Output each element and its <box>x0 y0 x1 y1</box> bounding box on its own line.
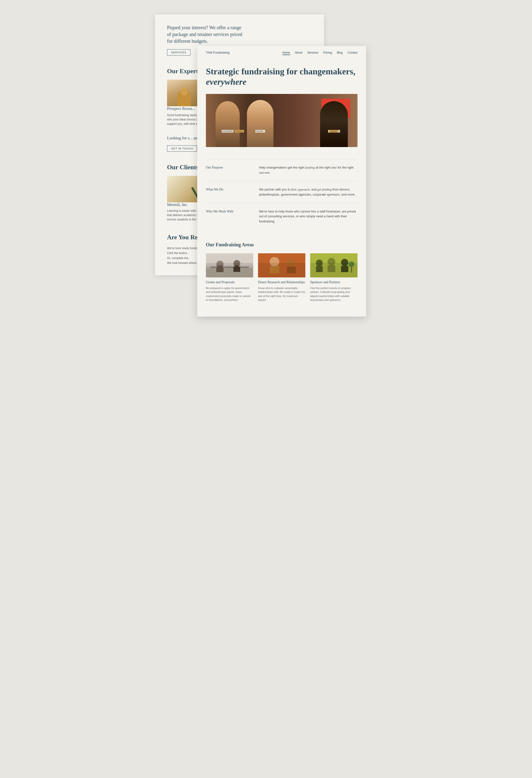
get-in-touch-button[interactable]: GET IN TOUCH <box>167 145 197 152</box>
medicine-label-2: Medicine <box>329 130 338 133</box>
purpose-row: Our Purpose Help changemakers get the ri… <box>206 159 357 181</box>
who-we-work-with-label: Who We Work With <box>206 209 254 224</box>
content-sections: Our Purpose Help changemakers get the ri… <box>197 154 366 235</box>
sponsors-image <box>310 253 357 278</box>
volunteer-person-1: VOLUNTEER <box>215 101 240 147</box>
svg-rect-4 <box>216 267 224 272</box>
navigation: TAM Fundraising Home About Services Pric… <box>197 46 366 59</box>
fundraising-areas-section: Our Fundraising Areas <box>197 235 366 302</box>
grants-title: Grants and Proposals <box>206 280 253 284</box>
front-card: TAM Fundraising Home About Services Pric… <box>197 46 366 317</box>
client-image <box>167 176 201 202</box>
svg-rect-25 <box>310 253 357 278</box>
svg-rect-2 <box>210 266 249 268</box>
nav-logo: TAM Fundraising <box>206 51 230 54</box>
area-card-grants: Grants and Proposals Be prepared to appl… <box>206 253 253 302</box>
hero-title: Strategic fundraising for changemakers, … <box>206 66 357 87</box>
hero-title-line2: everywhere <box>206 77 247 87</box>
areas-grid: Grants and Proposals Be prepared to appl… <box>206 253 357 302</box>
grants-image <box>206 253 253 278</box>
fundraising-areas-title: Our Fundraising Areas <box>206 242 357 247</box>
svg-rect-11 <box>270 266 279 274</box>
sponsors-text: Find the perfect events or program partn… <box>310 286 357 302</box>
purpose-label: Our Purpose <box>206 165 254 175</box>
hero-section: Strategic fundraising for changemakers, … <box>197 59 366 94</box>
medicine-label-1: Medicine <box>235 130 244 133</box>
sponsors-title: Sponsors and Partners <box>310 280 357 284</box>
page-wrapper: Piqued your interest? We offer a range o… <box>155 14 377 739</box>
nav-link-blog[interactable]: Blog <box>337 51 343 54</box>
nav-link-contact[interactable]: Contact <box>348 51 357 54</box>
nav-link-services[interactable]: Services <box>307 51 319 54</box>
grants-svg <box>206 253 253 278</box>
svg-rect-20 <box>328 265 335 272</box>
volunteer-person-3: VOLUNTEER <box>320 101 348 147</box>
donor-image <box>258 253 305 278</box>
area-card-sponsors: Sponsors and Partners Find the perfect e… <box>310 253 357 302</box>
what-we-do-row: What We Do We partner with you to find, … <box>206 181 357 203</box>
donor-text: Know who to cultivate meaningful relatio… <box>258 286 305 302</box>
nav-link-home[interactable]: Home <box>282 51 290 54</box>
back-card-tagline: Piqued your interest? We offer a range o… <box>167 24 244 45</box>
services-button[interactable]: SERVICES <box>167 49 190 56</box>
who-we-work-with-text: We're here to help those who cannot hire… <box>259 209 357 224</box>
nav-links: Home About Services Pricing Blog Contact <box>282 51 357 54</box>
svg-rect-18 <box>316 266 323 272</box>
what-we-do-text: We partner with you to find, approach, a… <box>259 187 357 197</box>
volunteer-shirt-2: VOLUNT... <box>255 130 265 133</box>
grants-text: Be prepared to apply for government and … <box>206 286 253 302</box>
svg-rect-22 <box>341 266 348 272</box>
sponsors-svg <box>310 253 357 278</box>
svg-rect-1 <box>206 268 253 278</box>
area-card-donor: Donor Research and Relationships Know wh… <box>258 253 305 302</box>
hero-title-line1: Strategic fundraising for changemakers, <box>206 67 355 76</box>
purpose-text: Help changemakers get the right funding … <box>259 165 357 175</box>
volunteer-shirt-1: VOLUNTEER <box>221 130 234 133</box>
svg-rect-6 <box>234 266 240 272</box>
svg-rect-7 <box>206 253 253 265</box>
prospect-image <box>167 80 201 106</box>
volunteer-person-2: VOLUNT... <box>247 100 273 147</box>
who-we-work-with-row: Who We Work With We're here to help thos… <box>206 203 357 230</box>
what-we-do-label: What We Do <box>206 187 254 197</box>
svg-rect-23 <box>351 265 352 273</box>
donor-svg <box>258 253 305 278</box>
hero-image: AID VOLUNTEER VOLUNT... VOLUNTEER Medici… <box>206 94 357 147</box>
nav-link-pricing[interactable]: Pricing <box>323 51 332 54</box>
nav-link-about[interactable]: About <box>295 51 302 54</box>
svg-rect-14 <box>258 253 305 278</box>
svg-rect-13 <box>287 266 296 274</box>
donor-title: Donor Research and Relationships <box>258 280 305 284</box>
